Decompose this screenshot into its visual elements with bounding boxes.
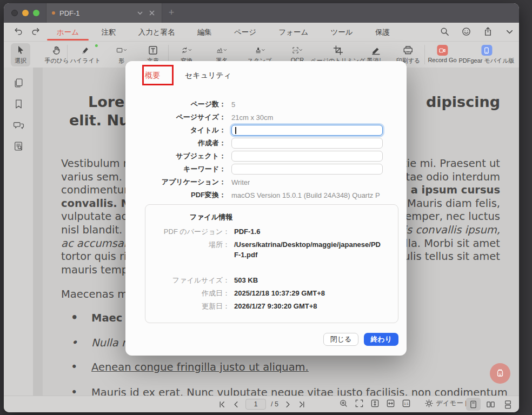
redact-icon xyxy=(370,45,381,56)
file-info-group: ファイル情報 PDF のバージョン： PDF-1.6 場所： /Users/ka… xyxy=(145,204,398,323)
left-sidebar xyxy=(4,68,33,396)
fit-height-icon[interactable] xyxy=(370,399,380,408)
pdf-version-row: PDF のバージョン： PDF-1.6 xyxy=(145,226,391,237)
keywords-input[interactable] xyxy=(231,164,383,175)
app-window: PDF-1 + ホーム 注釈 入力と署名 編集 ページ フォーム ツール 保護 xyxy=(4,3,519,412)
continuous-scroll-view-button[interactable] xyxy=(501,398,515,411)
search-document-icon[interactable] xyxy=(13,140,24,154)
select-tool-button[interactable]: 選択 xyxy=(11,43,30,66)
tab-title: PDF-1 xyxy=(59,9,132,17)
location-row: 場所： /Users/katrina/Desktop/maggie/japane… xyxy=(145,239,391,260)
hand-icon xyxy=(51,45,62,56)
actual-size-icon[interactable]: 1:1 xyxy=(402,399,411,408)
properties-form: ページ数： 5 ページサイズ： 21cm x 30cm タイトル： 作成者： サ… xyxy=(125,98,407,202)
record-icon xyxy=(437,45,448,56)
document-paragraph: Maecenas ma xyxy=(61,288,134,300)
assistant-mascot-button[interactable] xyxy=(490,363,510,384)
tab-chevron-down-icon[interactable] xyxy=(136,9,144,17)
single-page-view-button[interactable] xyxy=(466,398,481,411)
tab-close-icon[interactable] xyxy=(148,9,156,17)
redo-button[interactable] xyxy=(31,26,41,38)
list-item: Mauris id ex erat. Nunc vulputate neque … xyxy=(61,386,508,396)
ribbon-tabs: ホーム 注釈 入力と署名 編集 ページ フォーム ツール 保護 xyxy=(54,23,393,42)
file-size-row: ファイルサイズ： 503 KB xyxy=(145,275,391,285)
highlighter-color-dot xyxy=(95,44,98,47)
modified-date-row: 更新日： 2026/1/27 9:30:20 GMT+8 xyxy=(145,301,391,311)
tab-home[interactable]: ホーム xyxy=(54,23,82,42)
two-page-view-button[interactable] xyxy=(483,398,498,411)
close-button[interactable]: 閉じる xyxy=(323,333,359,346)
crop-icon xyxy=(332,45,343,56)
fit-screen-icon[interactable] xyxy=(355,399,364,408)
tab-form[interactable]: フォーム xyxy=(275,23,311,42)
application-row: アプリケーション： Writer xyxy=(125,176,407,189)
previous-page-button[interactable] xyxy=(231,400,241,409)
svg-text:1:1: 1:1 xyxy=(404,401,409,405)
thumbnails-icon[interactable] xyxy=(13,77,24,91)
window-minimize-button[interactable] xyxy=(22,10,29,16)
list-item: Aenean congue fringilla justo ut aliquam… xyxy=(61,360,508,374)
robot-icon xyxy=(494,367,506,379)
mobile-icon xyxy=(481,45,492,56)
dialog-tab-security[interactable]: セキュリティ xyxy=(185,71,231,81)
printer-icon xyxy=(403,45,414,56)
cursor-icon xyxy=(15,45,26,56)
tab-tools[interactable]: ツール xyxy=(328,23,356,42)
done-button[interactable]: 終わり xyxy=(364,333,398,346)
last-page-button[interactable] xyxy=(297,400,307,409)
page-number-input[interactable]: 1 xyxy=(245,399,266,410)
tab-edit[interactable]: 編集 xyxy=(194,23,215,42)
convert-icon xyxy=(181,45,192,56)
ocr-icon: OCR xyxy=(292,45,303,56)
status-bar: 1 / 5 1:1 デイモード xyxy=(4,396,519,412)
subject-input[interactable] xyxy=(231,151,383,162)
tab-protect[interactable]: 保護 xyxy=(372,23,393,42)
title-input[interactable] xyxy=(231,125,383,136)
bookmark-icon[interactable] xyxy=(13,98,24,112)
window-close-button[interactable] xyxy=(11,10,18,16)
signature-icon xyxy=(216,45,227,56)
comments-icon[interactable] xyxy=(13,119,24,133)
document-tab[interactable]: PDF-1 xyxy=(46,3,162,23)
pdfgear-mobile-button[interactable]: PDFgear モバイル版 xyxy=(455,43,518,66)
text-caret xyxy=(235,127,236,134)
day-mode-label: デイモード xyxy=(436,399,470,408)
search-icon[interactable] xyxy=(440,26,450,39)
shape-icon xyxy=(116,45,127,56)
collapse-ribbon-icon[interactable] xyxy=(504,26,515,39)
textbox-icon xyxy=(148,45,158,56)
zoom-in-icon[interactable] xyxy=(339,399,348,408)
keywords-row: キーワード： xyxy=(125,163,407,176)
first-page-button[interactable] xyxy=(217,400,227,409)
file-info-title: ファイル情報 xyxy=(190,212,232,222)
window-zoom-button[interactable] xyxy=(33,10,39,16)
tab-fill-sign[interactable]: 入力と署名 xyxy=(135,23,178,42)
unsaved-dot-icon xyxy=(52,11,55,15)
subject-row: サブジェクト： xyxy=(125,150,407,163)
traffic-lights xyxy=(11,10,39,16)
ribbon-bar: ホーム 注釈 入力と署名 編集 ページ フォーム ツール 保護 xyxy=(4,23,519,42)
fit-width-icon[interactable] xyxy=(386,399,395,408)
tab-page[interactable]: ページ xyxy=(231,23,260,42)
sun-icon xyxy=(424,399,434,408)
page-total-label: / 5 xyxy=(271,400,278,408)
support-icon[interactable] xyxy=(461,26,471,39)
undo-button[interactable] xyxy=(14,26,23,38)
tab-annotate[interactable]: 注釈 xyxy=(98,23,119,42)
desktop: PDF-1 + ホーム 注釈 入力と署名 編集 ページ フォーム ツール 保護 xyxy=(0,0,532,415)
author-input[interactable] xyxy=(231,138,383,149)
pdf-producer-row: PDF変換： macOS Version 15.0.1 (Build 24A34… xyxy=(125,189,407,202)
new-tab-button[interactable]: + xyxy=(166,8,177,17)
stamp-icon xyxy=(254,45,265,56)
page-count-row: ページ数： 5 xyxy=(125,98,407,111)
share-icon[interactable] xyxy=(483,26,493,39)
document-properties-dialog: 概要 セキュリティ ページ数： 5 ページサイズ： 21cm x 30cm タイ… xyxy=(125,61,407,356)
title-row: タイトル： xyxy=(125,124,407,137)
next-page-button[interactable] xyxy=(283,400,292,409)
annotation-highlight-box xyxy=(142,65,174,85)
titlebar: PDF-1 + xyxy=(4,3,519,23)
svg-text:OCR: OCR xyxy=(293,49,298,52)
highlight-tool-button[interactable]: ハイライト xyxy=(66,43,104,66)
created-date-row: 作成日： 2025/12/18 10:37:29 GMT+8 xyxy=(145,288,391,298)
page-size-row: ページサイズ： 21cm x 30cm xyxy=(125,111,407,124)
